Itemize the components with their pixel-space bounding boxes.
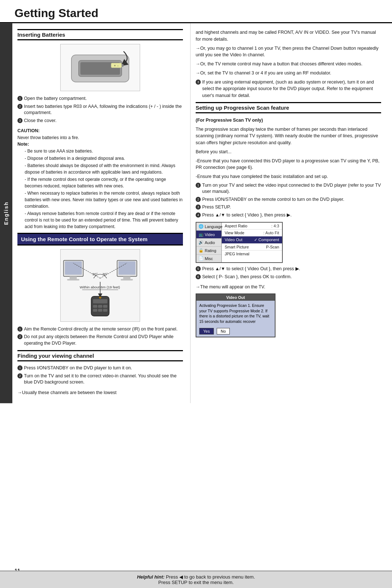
caution-text: Never throw batteries into a fire. — [17, 134, 183, 141]
caution-title: CAUTION: — [17, 127, 183, 134]
section-finding-channel: Finding your viewing channel 1 Press I/O… — [17, 350, 183, 396]
svg-point-27 — [99, 296, 101, 298]
menu-item-language: 🌐 Language — [196, 223, 221, 231]
before-start: Before you start... — [196, 149, 381, 155]
svg-rect-21 — [93, 305, 97, 308]
svg-rect-24 — [93, 309, 97, 312]
ps-step-6: Select { P- Scan }, then press OK to con… — [202, 274, 292, 280]
battery-steps: 1 Open the battery compartment. 2 Insert… — [17, 96, 183, 124]
menu-sidebar: 🌐 Language 📺 Video 🔊 Audio 🔒 — [196, 223, 222, 262]
finding-channel-continued: and highest channels and may be called F… — [196, 29, 381, 99]
battery-step-2: Insert two batteries type R03 or AAA, fo… — [24, 104, 183, 116]
video-out-popup: Video Out Activating Progressive Scan 1.… — [196, 293, 275, 337]
menu-row-smartpic: Smart Picture P-Scan — [222, 244, 282, 251]
finding-channel-text1: and highest channels and may be called F… — [196, 29, 381, 43]
video-out-popup-title: Video Out — [196, 294, 275, 301]
remote-step-num-2: 2 — [17, 334, 23, 339]
menu-item-rating: 🔒 Rating — [196, 247, 221, 255]
button-no[interactable]: No — [217, 328, 230, 334]
ps-step-4: Press ▲/▼ to select { Video }, then pres… — [202, 212, 291, 219]
progressive-scan-desc: The progressive scan display twice the n… — [196, 126, 381, 146]
finding-channel-steps: 1 Press I/ON/STANDBY on the DVD player t… — [17, 365, 183, 386]
helpful-hint-text1: Press ◀ to go back to previous menu item… — [166, 574, 255, 580]
channel-arrow-text: →Usually these channels are between the … — [17, 389, 183, 396]
remote-step-2: Do not put any objects between the Remot… — [24, 334, 183, 346]
note-item-2: - Dispose of batteries in a designated d… — [25, 155, 183, 162]
step-num-3: 3 — [17, 118, 23, 123]
bottom-hint-bar: Helpful hint: Press ◀ to go back to prev… — [0, 571, 392, 588]
section-inserting-batteries: Inserting Batteries — [17, 29, 183, 230]
svg-rect-23 — [103, 305, 107, 308]
progressive-scan-steps-cont: 5 Press ▲/▼ to select { Video Out }, the… — [196, 266, 381, 280]
svg-rect-20 — [93, 299, 107, 303]
finding-channel-arrow1: →Or, you may go to channel 1 on your TV,… — [196, 45, 381, 59]
svg-rect-9 — [70, 276, 77, 279]
video-out-popup-body: Activating Progressive Scan 1. Ensure yo… — [196, 301, 275, 327]
external-step-num: 3 — [196, 80, 201, 85]
menu-row-jpeg: JPEG Interval — [222, 251, 282, 257]
remote-step-1: Aim the Remote Control directly at the r… — [24, 326, 177, 333]
section-progressive-scan: Setting up Progressive Scan feature (For… — [196, 102, 381, 337]
caution-block: CAUTION: Never throw batteries into a fi… — [17, 127, 183, 230]
ps-step-3: Press SETUP. — [202, 204, 231, 211]
setup-menu-screenshot: 🌐 Language 📺 Video 🔊 Audio 🔒 — [196, 222, 283, 263]
button-yes[interactable]: Yes — [199, 328, 214, 334]
finding-channel-arrow3: →Or, set the TV to channel 3 or 4 if you… — [196, 70, 381, 77]
menu-item-video[interactable]: 📺 Video — [196, 231, 221, 239]
svg-text:Within about 6m (19 feet): Within about 6m (19 feet) — [80, 285, 120, 289]
step-num-2: 2 — [17, 104, 23, 109]
svg-rect-13 — [119, 261, 136, 275]
channel-step-1: Press I/ON/STANDBY on the DVD player to … — [24, 365, 132, 372]
remote-step-num-1: 1 — [17, 327, 23, 332]
ps-step-num-6: 6 — [196, 274, 201, 279]
svg-rect-14 — [123, 276, 130, 279]
channel-step-2: Turn on the TV and set it to the correct… — [24, 373, 183, 386]
menu-row-viewmode: View Mode : Auto Fit — [222, 230, 282, 236]
section-remote-control: Using the Remote Control to Operate the … — [17, 233, 183, 347]
left-column: Inserting Batteries — [12, 23, 190, 403]
progressive-scan-steps: 1 Turn on your TV and select the video i… — [196, 182, 381, 219]
note-item-6: - Always remove batteries from remote co… — [25, 210, 183, 230]
video-out-popup-buttons: Yes No — [196, 327, 275, 337]
svg-rect-3 — [111, 63, 122, 68]
note-item-4: - If the remote control does not operate… — [25, 176, 183, 189]
progressive-scan-header: Setting up Progressive Scan feature — [196, 102, 381, 113]
svg-rect-22 — [98, 305, 102, 308]
svg-text:30°: 30° — [92, 272, 98, 276]
note-item-3: - Batteries should always be disposed of… — [25, 162, 183, 175]
battery-image: + - — [60, 44, 140, 91]
ps-step-1: Turn on your TV and select the video inp… — [202, 182, 381, 195]
ps-step-2: Press I/ON/STANDBY on the remote control… — [202, 196, 344, 203]
helpful-hint-text2: Press SETUP to exit the menu item. — [158, 580, 234, 585]
remote-control-header: Using the Remote Control to Operate the … — [17, 233, 183, 246]
finding-channel-header: Finding your viewing channel — [17, 350, 183, 361]
channel-step-num-2: 2 — [17, 373, 23, 378]
right-column: and highest channels and may be called F… — [190, 23, 392, 403]
menu-row-videoout: Video Out ✓ Component — [222, 236, 282, 244]
svg-text:-: - — [118, 64, 119, 68]
finding-channel-arrow2: →Or, the TV remote control may have a bu… — [196, 61, 381, 68]
arrow-menu-text: →The menu will appear on the TV. — [196, 284, 381, 291]
battery-step-3: Close the cover. — [24, 118, 57, 124]
svg-rect-15 — [121, 279, 133, 280]
note-title: Note: — [17, 141, 183, 148]
ps-step-5: Press ▲/▼ to select { Video Out }, then … — [202, 266, 300, 272]
menu-item-audio: 🔊 Audio — [196, 239, 221, 247]
remote-steps: 1 Aim the Remote Control directly at the… — [17, 326, 183, 347]
helpful-hint-label: Helpful hint: — [137, 574, 164, 580]
note-item-5: - When necessary to replace batteries in… — [25, 190, 183, 210]
ensure-2: -Ensure that you have completed the basi… — [196, 173, 381, 180]
ps-step-num-5: 5 — [196, 266, 201, 271]
svg-rect-4 — [122, 64, 123, 67]
channel-step-num-1: 1 — [17, 365, 23, 370]
external-step-text: If you are using external equipment, (su… — [202, 79, 381, 99]
inserting-batteries-header: Inserting Batteries — [17, 29, 183, 40]
svg-text:+: + — [114, 64, 116, 68]
progressive-scan-subheader: (For Progressive Scan TV only) — [196, 117, 381, 124]
language-tab: English — [0, 23, 12, 403]
ps-step-num-3: 3 — [196, 204, 201, 210]
menu-content: Aspect Ratio : 4:3 View Mode : Auto Fit … — [222, 223, 282, 262]
note-item-1: - Be sure to use AAA size batteries. — [25, 148, 183, 154]
ensure-1: -Ensure that you have connected this DVD… — [196, 158, 381, 171]
menu-row-aspect: Aspect Ratio : 4:3 — [222, 223, 282, 230]
